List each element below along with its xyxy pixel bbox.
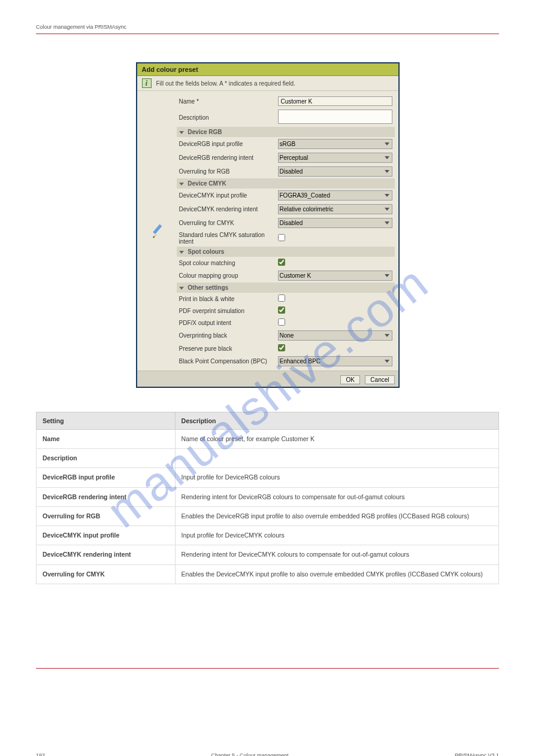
rgb-input-profile-select[interactable]: sRGB	[278, 139, 392, 149]
pdfx-output-intent-check[interactable]	[278, 318, 285, 326]
table-row: Description	[37, 449, 499, 468]
name-input[interactable]	[278, 96, 392, 106]
chevron-down-icon	[179, 251, 184, 254]
rgb-input-profile-label: DeviceRGB input profile	[177, 137, 276, 151]
overprinting-black-label: Overprinting black	[177, 329, 276, 342]
col-setting-header: Setting	[37, 412, 176, 430]
table-row: DeviceRGB rendering intentRendering inte…	[37, 487, 499, 506]
section-other-settings-title: Other settings	[188, 284, 228, 291]
section-spot-colours-title: Spot colours	[188, 248, 224, 255]
cmyk-rendering-intent-select[interactable]: Relative colorimetric	[278, 204, 392, 214]
colour-mapping-group-select[interactable]: Customer K	[278, 271, 392, 281]
cancel-button[interactable]: Cancel	[365, 375, 394, 384]
table-row: DeviceRGB input profileInput profile for…	[37, 468, 499, 487]
cell-description: Name of colour preset, for example Custo…	[175, 430, 498, 449]
dialog-info-text: Fill out the fields below. A * indicates…	[156, 80, 295, 87]
preserve-pure-black-label: Preserve pure black	[177, 342, 276, 354]
cell-description: Rendering intent for DeviceCMYK colours …	[175, 545, 498, 564]
rgb-rendering-intent-select[interactable]: Perceptual	[278, 153, 392, 163]
table-row: NameName of colour preset, for example C…	[37, 430, 499, 449]
pdf-overprint-sim-check[interactable]	[278, 306, 285, 314]
settings-description-table: Setting Description NameName of colour p…	[36, 412, 499, 584]
footer-page-number: 192	[36, 752, 45, 756]
pdfx-output-intent-label: PDF/X output intent	[177, 317, 276, 329]
table-row: DeviceCMYK rendering intentRendering int…	[37, 545, 499, 564]
cmyk-standard-rules-label: Standard rules CMYK saturation intent	[177, 230, 276, 247]
pdf-overprint-sim-label: PDF overprint simulation	[177, 305, 276, 317]
description-input[interactable]	[278, 110, 392, 124]
rule-top	[36, 34, 499, 34]
info-icon: i	[142, 78, 152, 88]
name-label: Name *	[177, 95, 276, 108]
cell-description: Enables the DeviceRGB input profile to a…	[175, 506, 498, 526]
table-row: Overruling for CMYKEnables the DeviceCMY…	[37, 564, 499, 584]
cell-setting: Overruling for RGB	[37, 506, 176, 526]
cell-description: Input profile for DeviceRGB colours	[175, 468, 498, 487]
cell-setting: Overruling for CMYK	[37, 564, 176, 584]
rgb-rendering-intent-label: DeviceRGB rendering intent	[177, 151, 276, 165]
bpc-label: Black Point Compensation (BPC)	[177, 354, 276, 368]
spot-colour-matching-check[interactable]	[278, 259, 285, 266]
footer-version: PRISMAsync V3.1	[455, 752, 499, 756]
section-other-settings[interactable]: Other settings	[177, 283, 395, 293]
chevron-down-icon	[179, 131, 184, 134]
cmyk-input-profile-select[interactable]: FOGRA39_Coated	[278, 190, 392, 201]
colour-mapping-group-label: Colour mapping group	[177, 269, 276, 283]
rgb-overruling-select[interactable]: Disabled	[278, 166, 392, 177]
print-bw-check[interactable]	[278, 294, 285, 302]
table-row: Overruling for RGBEnables the DeviceRGB …	[37, 506, 499, 526]
svg-rect-0	[153, 224, 162, 234]
cmyk-standard-rules-check[interactable]	[278, 234, 285, 241]
rule-bottom	[36, 668, 499, 669]
cell-description	[175, 449, 498, 468]
preserve-pure-black-check[interactable]	[278, 344, 285, 351]
cell-setting: Name	[37, 430, 176, 449]
section-device-cmyk[interactable]: Device CMYK	[177, 178, 395, 189]
pencil-icon	[150, 223, 167, 240]
dialog-info-bar: i Fill out the fields below. A * indicat…	[137, 76, 398, 91]
cell-setting: DeviceCMYK rendering intent	[37, 545, 176, 564]
description-label: Description	[177, 108, 276, 127]
cell-description: Enables the DeviceCMYK input profile to …	[175, 564, 498, 584]
cmyk-overruling-select[interactable]: Disabled	[278, 218, 392, 228]
cell-setting: DeviceRGB input profile	[37, 468, 176, 487]
col-description-header: Description	[175, 412, 498, 430]
section-device-rgb-title: Device RGB	[188, 129, 222, 135]
dialog-title: Add colour preset	[137, 63, 398, 76]
cell-description: Rendering intent for DeviceRGB colours t…	[175, 487, 498, 506]
bpc-select[interactable]: Enhanced BPC	[278, 356, 392, 366]
cell-description: Input profile for DeviceCMYK colours	[175, 526, 498, 545]
spot-colour-matching-label: Spot colour matching	[177, 257, 276, 269]
table-row: DeviceCMYK input profileInput profile fo…	[37, 526, 499, 545]
chevron-down-icon	[179, 287, 184, 290]
cell-setting: Description	[37, 449, 176, 468]
rgb-overruling-label: Overruling for RGB	[177, 165, 276, 178]
ok-button[interactable]: OK	[340, 375, 359, 384]
footer-chapter: Chapter 5 - Colour management	[211, 752, 288, 756]
overprinting-black-select[interactable]: None	[278, 330, 392, 341]
cmyk-rendering-intent-label: DeviceCMYK rendering intent	[177, 202, 276, 216]
cmyk-overruling-label: Overruling for CMYK	[177, 216, 276, 230]
cmyk-input-profile-label: DeviceCMYK input profile	[177, 189, 276, 202]
chevron-down-icon	[179, 183, 184, 186]
cell-setting: DeviceRGB rendering intent	[37, 487, 176, 506]
section-device-rgb[interactable]: Device RGB	[177, 127, 395, 137]
print-bw-label: Print in black & white	[177, 293, 276, 305]
add-colour-preset-dialog: Add colour preset i Fill out the fields …	[136, 62, 400, 388]
section-device-cmyk-title: Device CMYK	[188, 180, 226, 187]
section-spot-colours[interactable]: Spot colours	[177, 247, 395, 257]
page-header-text: Colour management via PRISMAsync	[36, 24, 499, 30]
cell-setting: DeviceCMYK input profile	[37, 526, 176, 545]
